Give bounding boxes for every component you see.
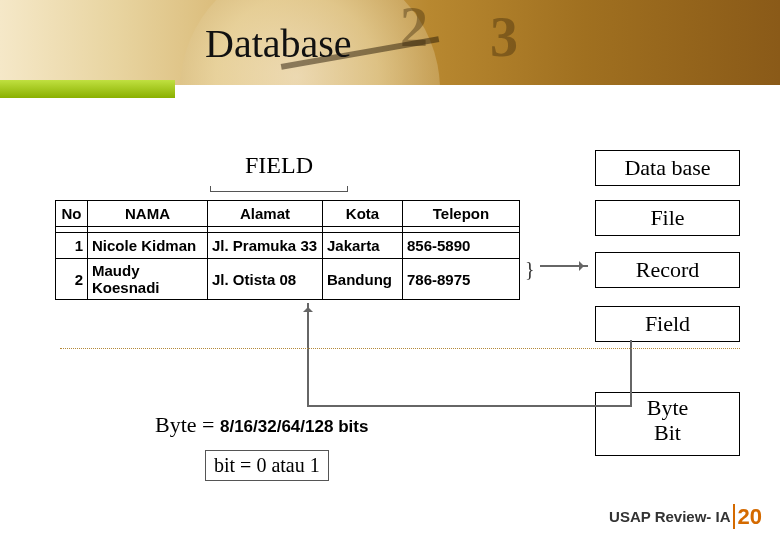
arrow-field-up	[630, 340, 632, 407]
hierarchy-byte: Byte	[596, 395, 739, 420]
accent-bar	[0, 80, 175, 98]
clock-numeral-3: 3	[490, 5, 518, 69]
byte-eq-value: 8/16/32/64/128 bits	[220, 417, 368, 436]
col-no: No	[56, 201, 88, 227]
col-nama: NAMA	[88, 201, 208, 227]
field-caption: FIELD	[245, 152, 313, 179]
cell-no: 2	[56, 259, 88, 300]
divider-dotted	[60, 348, 740, 349]
field-brace	[210, 184, 348, 198]
cell-nama: Maudy Koesnadi	[88, 259, 208, 300]
slide-banner: 2 3 Database	[0, 0, 780, 85]
cell-telepon: 856-5890	[403, 233, 520, 259]
arrow-field-h	[307, 405, 632, 407]
cell-no: 1	[56, 233, 88, 259]
hierarchy-byte-bit: Byte Bit	[595, 392, 740, 456]
clock-numeral-2: 2	[400, 0, 428, 59]
cell-nama: Nicole Kidman	[88, 233, 208, 259]
cell-telepon: 786-8975	[403, 259, 520, 300]
cell-alamat: Jl. Otista 08	[208, 259, 323, 300]
table-row: 1 Nicole Kidman Jl. Pramuka 33 Jakarta 8…	[56, 233, 520, 259]
bit-equation: bit = 0 atau 1	[205, 450, 329, 481]
col-kota: Kota	[323, 201, 403, 227]
footer-text: USAP Review- IA	[609, 508, 730, 525]
byte-eq-prefix: Byte =	[155, 412, 220, 437]
byte-equation: Byte = 8/16/32/64/128 bits	[155, 412, 368, 438]
arrow-record	[540, 265, 588, 267]
hierarchy-record: Record	[595, 252, 740, 288]
table-row: 2 Maudy Koesnadi Jl. Otista 08 Bandung 7…	[56, 259, 520, 300]
cell-kota: Bandung	[323, 259, 403, 300]
cell-kota: Jakarta	[323, 233, 403, 259]
cell-alamat: Jl. Pramuka 33	[208, 233, 323, 259]
slide-title: Database	[205, 20, 352, 67]
col-telepon: Telepon	[403, 201, 520, 227]
hierarchy-bit: Bit	[596, 420, 739, 445]
col-alamat: Alamat	[208, 201, 323, 227]
hierarchy-file: File	[595, 200, 740, 236]
data-table: No NAMA Alamat Kota Telepon 1 Nicole Kid…	[55, 200, 520, 300]
record-brace: }	[525, 258, 535, 281]
hierarchy-database: Data base	[595, 150, 740, 186]
table-header-row: No NAMA Alamat Kota Telepon	[56, 201, 520, 227]
page-number: 20	[733, 504, 762, 529]
footer: USAP Review- IA20	[609, 504, 762, 530]
hierarchy-field: Field	[595, 306, 740, 342]
arrow-field-v	[307, 303, 309, 407]
